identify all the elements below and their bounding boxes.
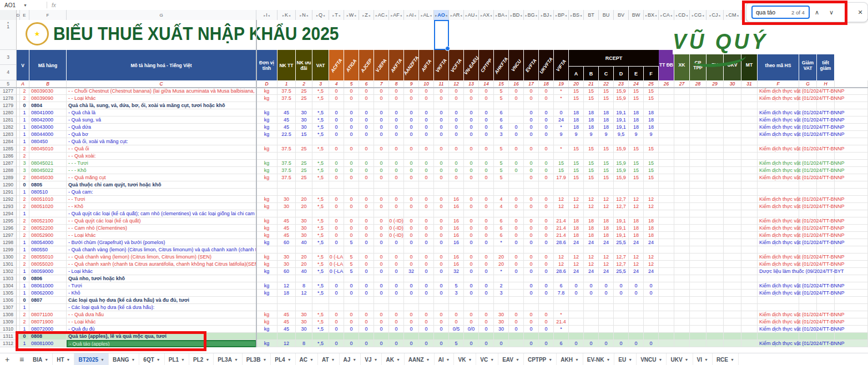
cell-value[interactable]: 0: [419, 145, 434, 153]
group-expand-icon[interactable]: ▸: [407, 13, 408, 17]
tab-dropdown-icon[interactable]: ▼: [331, 358, 335, 362]
cell-empty[interactable]: [741, 210, 758, 217]
cell-value[interactable]: 60: [277, 239, 296, 246]
cell-value[interactable]: 6: [554, 282, 569, 290]
cell-mo-ta[interactable]: - - Quả ổi: [67, 145, 256, 153]
row-header-1312[interactable]: 1312: [0, 340, 17, 347]
column-header-AF[interactable]: ▸AF◂: [389, 10, 404, 20]
cell-value[interactable]: 24: [554, 116, 569, 124]
cell-ma-hang[interactable]: 08081000: [29, 340, 67, 347]
cell-value[interactable]: 18: [599, 217, 614, 225]
cell-value[interactable]: 5: [494, 145, 509, 153]
sheet-tab-BT2025[interactable]: BT2025▼: [74, 353, 109, 365]
cell-value[interactable]: 0: [434, 311, 449, 318]
cell-value[interactable]: 0: [464, 239, 479, 246]
cell-value[interactable]: 3: [494, 131, 509, 138]
cell-value[interactable]: 0: [374, 282, 389, 290]
cell-value[interactable]: [554, 304, 569, 311]
cell-value[interactable]: 0: [509, 217, 524, 225]
search-input-box[interactable]: 2 of 4: [751, 6, 810, 19]
cell-ma-hang[interactable]: 080450: [29, 138, 67, 145]
cell-value[interactable]: 0: [389, 88, 404, 95]
cell-value[interactable]: [359, 189, 374, 196]
cell-value[interactable]: 0: [539, 282, 554, 290]
cell-value[interactable]: 12: [599, 203, 614, 210]
cell-value[interactable]: 0: [359, 326, 374, 333]
cell-value[interactable]: 21.4: [554, 232, 569, 239]
group-expand-icon[interactable]: ▸: [709, 13, 711, 17]
cell-value[interactable]: 15: [644, 167, 659, 174]
cell-value[interactable]: 0: [404, 232, 419, 239]
group-expand-icon[interactable]: ▸: [421, 13, 422, 17]
cell-value[interactable]: 0: [419, 282, 434, 290]
cell-value[interactable]: 21.4: [554, 217, 569, 225]
cell-value[interactable]: [312, 153, 329, 160]
row-header-4[interactable]: 4: [0, 65, 16, 80]
cell-value[interactable]: [464, 210, 479, 217]
row-header-1284[interactable]: 1284: [0, 138, 17, 145]
name-box-dropdown-icon[interactable]: ▼: [23, 3, 27, 7]
sheet-tab-PL3B[interactable]: PL3B▼: [243, 353, 271, 365]
cell-value[interactable]: [614, 181, 629, 189]
cell-value[interactable]: 0: [434, 254, 449, 261]
cell-value[interactable]: 30: [494, 318, 509, 326]
cell-empty[interactable]: [674, 304, 690, 311]
cell-value[interactable]: [599, 333, 614, 340]
cell-empty[interactable]: [741, 232, 758, 239]
cell-empty[interactable]: [724, 254, 741, 261]
cell-value[interactable]: 15,9: [614, 88, 629, 95]
cell-value[interactable]: [599, 311, 614, 318]
cell-value[interactable]: 0: [539, 232, 554, 239]
cell-value[interactable]: 0: [479, 160, 494, 167]
cell-empty[interactable]: [690, 153, 706, 160]
cell-value[interactable]: [554, 210, 569, 217]
cell-value[interactable]: 0: [419, 326, 434, 333]
cell-value[interactable]: 60: [277, 268, 296, 275]
cell-value[interactable]: [599, 318, 614, 326]
cell-value[interactable]: 0: [449, 145, 464, 153]
cell-empty[interactable]: [674, 138, 690, 145]
sheet-tab-EAV[interactable]: EAV▼: [498, 353, 524, 365]
cell-value[interactable]: [599, 138, 614, 145]
cell-value[interactable]: [296, 304, 312, 311]
cell-chinh-sach[interactable]: Kiểm dịch thực vật (01/2024/TT-BNNP: [758, 225, 799, 232]
cell-value[interactable]: [554, 189, 569, 196]
cell-value[interactable]: *,5: [312, 340, 329, 347]
column-header-CG[interactable]: ▸CG◂: [690, 10, 706, 20]
cell-value[interactable]: 0: [479, 239, 494, 246]
cell-value[interactable]: 0: [404, 160, 419, 167]
cell-value[interactable]: 12,7: [614, 254, 629, 261]
cell-value[interactable]: 0 (-ID): [389, 232, 404, 239]
cell-value[interactable]: [449, 333, 464, 340]
cell-v[interactable]: 1: [20, 131, 29, 138]
cell-value[interactable]: 0: [419, 131, 434, 138]
cell-value[interactable]: [296, 138, 312, 145]
cell-value[interactable]: [464, 297, 479, 304]
cell-chinh-sach[interactable]: Kiểm dịch thực vật (01/2024/TT-BNNP: [758, 318, 799, 326]
cell-value[interactable]: [329, 304, 344, 311]
cell-value[interactable]: [629, 304, 644, 311]
cell-value[interactable]: [312, 189, 329, 196]
cell-value[interactable]: [479, 102, 494, 109]
cell-empty[interactable]: [690, 116, 706, 124]
cell-value[interactable]: 0: [479, 261, 494, 268]
cell-unit[interactable]: [256, 333, 277, 340]
cell-value[interactable]: [554, 275, 569, 282]
cell-value[interactable]: 15: [629, 88, 644, 95]
cell-value[interactable]: 0: [479, 203, 494, 210]
cell-value[interactable]: 24: [644, 239, 659, 246]
cell-value[interactable]: [389, 304, 404, 311]
cell-value[interactable]: 30: [296, 124, 312, 131]
cell-value[interactable]: 16: [449, 261, 464, 268]
cell-value[interactable]: 0: [539, 131, 554, 138]
cell-value[interactable]: [524, 297, 539, 304]
cell-value[interactable]: [434, 275, 449, 282]
cell-value[interactable]: [277, 275, 296, 282]
cell-value[interactable]: 9: [644, 131, 659, 138]
cell-empty[interactable]: [674, 297, 690, 304]
column-header-CJ[interactable]: ▸CJ◂: [706, 10, 724, 20]
cell-value[interactable]: 0: [464, 88, 479, 95]
row-header-1293[interactable]: 1293: [0, 203, 17, 210]
cell-chinh-sach[interactable]: Kiểm dịch thực vật (01/2024/TT-BNNP: [758, 160, 799, 167]
cell-value[interactable]: 0: [419, 239, 434, 246]
